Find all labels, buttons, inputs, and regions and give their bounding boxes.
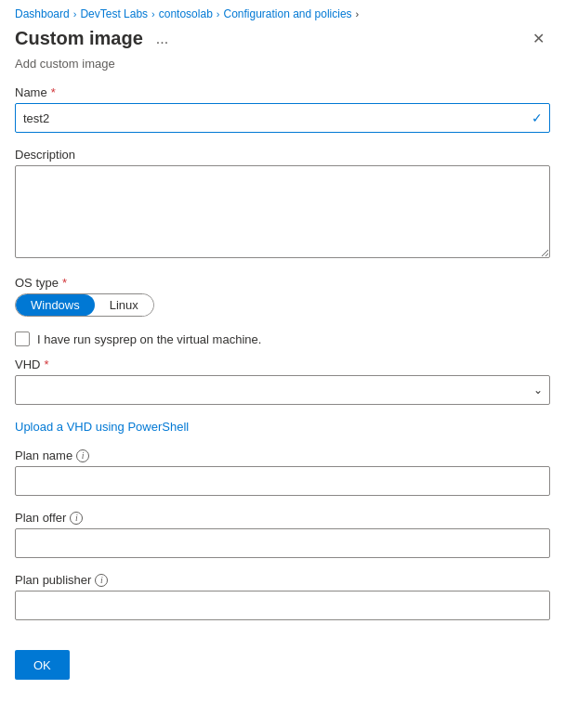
vhd-label: VHD * [15, 358, 550, 371]
os-type-field-group: OS type * Windows Linux [15, 276, 550, 317]
sysprep-row: I have run sysprep on the virtual machin… [15, 332, 550, 346]
breadcrumb-config[interactable]: Configuration and policies [223, 7, 351, 20]
plan-publisher-input[interactable] [15, 591, 550, 620]
name-required: * [51, 85, 56, 99]
vhd-field-group: VHD * ⌄ [15, 358, 550, 405]
os-type-label: OS type * [15, 276, 550, 290]
breadcrumb-sep-3: › [217, 8, 220, 20]
plan-name-info-icon[interactable]: i [76, 449, 89, 462]
sysprep-checkbox[interactable] [15, 332, 30, 346]
description-input[interactable] [15, 165, 550, 258]
breadcrumb-dashboard[interactable]: Dashboard [15, 7, 70, 20]
close-button[interactable]: ✕ [527, 28, 550, 49]
panel: Dashboard › DevTest Labs › contosolab › … [0, 0, 565, 728]
name-input-wrapper: ✓ [15, 103, 550, 133]
subtitle: Add custom image [0, 57, 565, 85]
os-type-required: * [62, 276, 67, 290]
breadcrumb-sep-4: › [356, 8, 360, 20]
vhd-select-wrapper: ⌄ [15, 375, 550, 405]
breadcrumb-devtestlabs[interactable]: DevTest Labs [80, 7, 148, 20]
header: Custom image ... ✕ [0, 24, 565, 57]
plan-publisher-field-group: Plan publisher i [15, 573, 550, 620]
more-options-button[interactable]: ... [151, 29, 174, 49]
plan-name-input[interactable] [15, 466, 550, 496]
checkmark-icon: ✓ [532, 110, 543, 125]
os-windows-option[interactable]: Windows [16, 294, 95, 316]
breadcrumb-contosolab[interactable]: contosolab [159, 7, 213, 20]
vhd-select[interactable] [15, 375, 550, 405]
breadcrumb: Dashboard › DevTest Labs › contosolab › … [0, 0, 565, 24]
sysprep-label: I have run sysprep on the virtual machin… [37, 332, 261, 346]
name-label: Name * [15, 85, 550, 99]
plan-offer-label: Plan offer i [15, 511, 550, 525]
header-left: Custom image ... [15, 28, 174, 49]
breadcrumb-sep-1: › [73, 8, 77, 20]
os-linux-option[interactable]: Linux [95, 294, 153, 316]
description-field-group: Description [15, 148, 550, 261]
vhd-required: * [44, 358, 48, 371]
plan-offer-input[interactable] [15, 528, 550, 558]
plan-name-field-group: Plan name i [15, 448, 550, 496]
plan-publisher-info-icon[interactable]: i [95, 574, 108, 587]
upload-link-group: Upload a VHD using PowerShell [15, 420, 550, 434]
plan-publisher-label: Plan publisher i [15, 573, 550, 587]
plan-offer-field-group: Plan offer i [15, 511, 550, 558]
breadcrumb-sep-2: › [151, 8, 155, 20]
os-type-toggle[interactable]: Windows Linux [15, 293, 154, 317]
form-body: Name * ✓ Description OS type * Windows L [0, 85, 565, 620]
plan-offer-info-icon[interactable]: i [70, 512, 83, 525]
ok-button[interactable]: OK [15, 650, 70, 680]
name-field-group: Name * ✓ [15, 85, 550, 133]
description-label: Description [15, 148, 550, 162]
page-title: Custom image [15, 28, 143, 49]
plan-name-label: Plan name i [15, 448, 550, 462]
upload-vhd-link[interactable]: Upload a VHD using PowerShell [15, 420, 189, 434]
name-input[interactable] [15, 103, 550, 133]
footer: OK [0, 635, 565, 695]
